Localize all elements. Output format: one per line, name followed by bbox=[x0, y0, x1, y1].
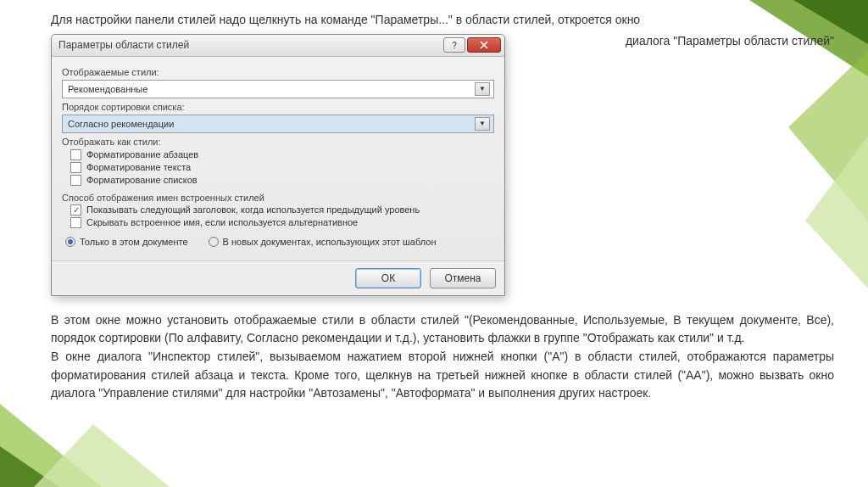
chk-label: Форматирование текста bbox=[86, 162, 191, 172]
paragraph-1: В этом окне можно установить отображаемы… bbox=[51, 311, 834, 348]
radio-label: В новых документах, использующих этот ша… bbox=[223, 237, 437, 247]
chk-label: Скрывать встроенное имя, если использует… bbox=[86, 217, 358, 227]
dialog-title: Параметры области стилей bbox=[58, 39, 442, 51]
combo-sort-value: Согласно рекомендации bbox=[68, 119, 475, 129]
combo-displayed-styles[interactable]: Рекомендованные ▼ bbox=[62, 80, 494, 98]
checkbox-text-format[interactable] bbox=[70, 162, 81, 173]
ok-button[interactable]: ОК bbox=[355, 268, 421, 288]
label-sort-order: Порядок сортировки списка: bbox=[62, 102, 494, 112]
chk-label: Форматирование списков bbox=[86, 175, 198, 185]
radio-label: Только в этом документе bbox=[80, 237, 188, 247]
paragraph-2: В окне диалога "Инспектор стилей", вызыв… bbox=[51, 348, 834, 403]
combo-displayed-value: Рекомендованные bbox=[68, 84, 475, 94]
checkbox-paragraph-format[interactable] bbox=[70, 149, 81, 160]
subtitle-text: диалога "Параметры области стилей" bbox=[609, 34, 834, 48]
checkbox-list-format[interactable] bbox=[70, 175, 81, 186]
close-button[interactable] bbox=[467, 37, 501, 53]
label-displayed-styles: Отображаемые стили: bbox=[62, 67, 494, 77]
close-icon bbox=[479, 41, 489, 49]
styles-options-dialog: Параметры области стилей ? Отображаемые … bbox=[51, 34, 505, 296]
checkbox-show-next-heading[interactable]: ✓ bbox=[70, 204, 81, 216]
intro-text: Для настройки панели стилей надо щелкнут… bbox=[51, 12, 834, 29]
cancel-button[interactable]: Отмена bbox=[430, 268, 496, 288]
label-show-as-styles: Отображать как стили: bbox=[62, 137, 494, 147]
checkbox-hide-builtin-name[interactable] bbox=[70, 217, 81, 228]
chk-label: Форматирование абзацев bbox=[86, 149, 198, 160]
dialog-titlebar: Параметры области стилей ? bbox=[52, 35, 504, 57]
chevron-down-icon: ▼ bbox=[475, 117, 490, 131]
help-button[interactable]: ? bbox=[443, 37, 465, 53]
radio-new-documents[interactable] bbox=[209, 237, 219, 247]
label-builtin-group: Способ отображения имен встроенных стиле… bbox=[62, 193, 494, 203]
chk-label: Показывать следующий заголовок, когда ис… bbox=[86, 204, 420, 215]
chevron-down-icon: ▼ bbox=[475, 82, 490, 96]
combo-sort-order[interactable]: Согласно рекомендации ▼ bbox=[62, 115, 494, 133]
radio-this-document[interactable] bbox=[65, 237, 75, 247]
